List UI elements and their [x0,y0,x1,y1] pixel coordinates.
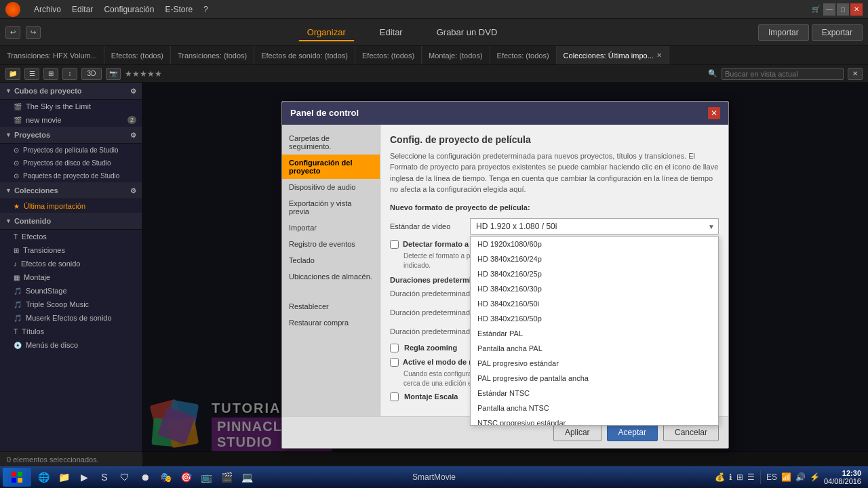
dropdown-option-5[interactable]: HD 3840x2160/50p [471,311,718,326]
tray-layout-icon[interactable]: ⊞ [736,472,743,482]
dropdown-option-3[interactable]: HD 3840x2160/30p [471,281,718,296]
search-input[interactable] [722,68,844,80]
importar-button[interactable]: Importar [758,24,809,41]
sidebar-item-triple-scoop[interactable]: 🎵 Triple Scoop Music [0,298,142,311]
taskbar-app5-icon[interactable]: 💻 [237,468,256,486]
sidebar-section-contenido[interactable]: ▼ Contenido [0,213,142,230]
modal-close-button[interactable]: ✕ [708,107,720,119]
sidebar-item-efectos-sonido[interactable]: ♪ Efectos de sonido [0,257,142,270]
menu-editar[interactable]: Editar [72,5,93,14]
maximize-button[interactable]: □ [837,3,849,16]
sidebar-item-titulos[interactable]: T Títulos [0,325,142,338]
colecciones-settings-icon[interactable]: ⚙ [130,187,136,195]
organizar-button[interactable]: Organizar [298,24,355,41]
dropdown-option-9[interactable]: PAL progresivo de pantalla ancha [471,371,718,386]
taskbar-app3-icon[interactable]: 📺 [197,468,216,486]
regla-zooming-checkbox[interactable] [390,344,399,352]
dropdown-option-11[interactable]: Pantalla ancha NTSC [471,401,718,415]
sidebar-item-disco[interactable]: ⊙ Proyectos de disco de Studio [0,157,142,169]
tray-info-icon[interactable]: ℹ [729,472,732,482]
active-mode-checkbox[interactable] [390,358,399,367]
editar-button[interactable]: Editar [371,24,412,41]
taskbar-record-icon[interactable]: ⏺ [136,468,155,486]
tab-transiciones-hfx[interactable]: Transiciones: HFX Volum... [0,46,104,64]
close-button[interactable]: ✕ [850,3,863,16]
modal-nav-registro[interactable]: Registro de eventos [282,236,380,252]
rating-stars[interactable]: ★★★★★ [125,69,162,79]
taskbar-antivirus-icon[interactable]: 🛡 [115,468,134,486]
tab-efectos-2[interactable]: Efectos: (todos) [490,46,557,64]
tab-efectos-sonido[interactable]: Efectos de sonido: (todos) [254,46,355,64]
taskbar-media-icon[interactable]: ▶ [75,468,94,486]
grid-view-icon[interactable]: ⊞ [43,68,58,80]
tray-battery-icon[interactable]: ⚡ [810,472,820,482]
taskbar-s-icon[interactable]: S [95,468,114,486]
sidebar-item-ultima[interactable]: ★ Última importación [0,199,142,213]
exportar-button[interactable]: Exportar [812,24,863,41]
folder-icon[interactable]: 📁 [5,68,20,80]
menu-estore[interactable]: E-Store [165,5,193,14]
dropdown-option-10[interactable]: Estándar NTSC [471,386,718,401]
modal-nav-audio[interactable]: Dispositivo de audio [282,179,380,195]
list-view-icon[interactable]: ☰ [24,68,39,80]
tray-currency-icon[interactable]: 💰 [715,472,725,482]
modal-nav-restaurar[interactable]: Restaurar compra [282,314,380,331]
camera-icon[interactable]: 📷 [106,68,121,80]
video-format-select[interactable]: HD 1.920 x 1.080 / 50i [470,218,719,235]
detectar-checkbox[interactable] [390,240,399,249]
tab-collections[interactable]: Colecciones: Última impo... ✕ [557,46,669,64]
tray-volume-icon[interactable]: 🔊 [795,472,806,482]
menu-help[interactable]: ? [203,5,208,14]
sidebar-item-pelicula[interactable]: ⊙ Proyectos de película de Studio [0,144,142,157]
modal-nav-config[interactable]: Configuración del proyecto [282,155,380,179]
tab-montaje[interactable]: Montaje: (todos) [422,46,490,64]
menu-archivo[interactable]: Archivo [34,5,61,14]
sidebar-item-sky[interactable]: 🎬 The Sky is the Limit [0,100,142,113]
view-3d-icon[interactable]: 3D [81,68,102,80]
dropdown-option-12[interactable]: NTSC progresivo estándar [471,415,718,426]
dropdown-option-4[interactable]: HD 3840x2160/50i [471,296,718,311]
modal-nav-importar[interactable]: Importar [282,220,380,236]
tab-transiciones-todos[interactable]: Transiciones: (todos) [171,46,254,64]
modal-nav-carpetas[interactable]: Carpetas de seguimiento. [282,130,380,155]
start-button[interactable] [3,468,31,487]
montaje-escala-checkbox[interactable] [390,392,399,401]
dropdown-option-0[interactable]: HD 1920x1080/60p [471,237,718,251]
clear-search-icon[interactable]: ✕ [848,68,863,80]
taskbar-app2-icon[interactable]: 🎯 [176,468,195,486]
modal-nav-restablecer[interactable]: Restablecer [282,298,380,314]
redo-button[interactable]: ↪ [26,26,41,39]
sidebar-item-soundstage[interactable]: 🎵 SoundStage [0,284,142,298]
aceptar-button[interactable]: Aceptar [607,424,658,441]
grabar-button[interactable]: Grabar un DVD [428,24,507,41]
sidebar-section-proyectos[interactable]: ▼ Proyectos ⚙ [0,127,142,144]
proyectos-settings-icon[interactable]: ⚙ [130,131,136,139]
modal-nav-ubicaciones[interactable]: Ubicaciones de almacén. [282,268,380,285]
dropdown-option-2[interactable]: HD 3840x2160/25p [471,266,718,281]
taskbar-browser-icon[interactable]: 🌐 [34,468,53,486]
sidebar-item-muserk[interactable]: 🎵 Muserk Efectos de sonido [0,311,142,325]
undo-button[interactable]: ↩ [5,26,20,39]
tray-list-icon[interactable]: ☰ [747,472,755,482]
modal-nav-teclado[interactable]: Teclado [282,252,380,268]
sidebar-item-transiciones[interactable]: ⊞ Transiciones [0,243,142,257]
sidebar-item-new-movie[interactable]: 🎬 new movie 2 [0,113,142,127]
cart-icon[interactable]: 🛒 [810,3,822,16]
taskbar-app1-icon[interactable]: 🎭 [156,468,175,486]
taskbar-app4-icon[interactable]: 🎬 [217,468,236,486]
sidebar-section-cubos[interactable]: ▼ Cubos de proyecto ⚙ [0,83,142,100]
sidebar-item-menus[interactable]: 💿 Menús de disco [0,338,142,352]
sort-icon[interactable]: ↕ [62,68,77,80]
cancelar-button[interactable]: Cancelar [663,424,719,441]
tray-keyboard-icon[interactable]: ES [766,472,777,482]
cubos-settings-icon[interactable]: ⚙ [130,87,136,95]
tab-close-icon[interactable]: ✕ [656,52,662,59]
taskbar-folder-icon[interactable]: 📁 [54,468,73,486]
modal-nav-exportacion[interactable]: Exportación y vista previa [282,195,380,220]
sidebar-item-paquetes[interactable]: ⊙ Paquetes de proyecto de Studio [0,169,142,182]
dropdown-option-1[interactable]: HD 3840x2160/24p [471,251,718,266]
dropdown-option-6[interactable]: Estándar PAL [471,326,718,341]
menu-configuracion[interactable]: Configuración [104,5,154,14]
dropdown-option-8[interactable]: PAL progresivo estándar [471,356,718,371]
tab-efectos-1[interactable]: Efectos: (todos) [355,46,422,64]
